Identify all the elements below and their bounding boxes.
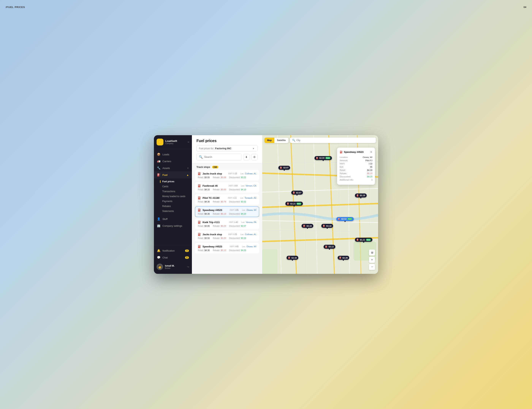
stop-card[interactable]: ⛽ Kwik Trip #111 HWY:I-40 Loc: Verona, P… (195, 219, 259, 229)
logout-icon[interactable]: ↪ (187, 265, 189, 268)
stop-hwy: HWY:I-11 (228, 197, 237, 199)
svg-rect-13 (262, 249, 277, 274)
stop-hwy: HWY:I-65 (230, 209, 239, 211)
sidebar-item-fuel-prices[interactable]: Fuel prices (154, 179, 192, 184)
zoom-in-button[interactable]: + (369, 257, 375, 263)
stop-loc: Loc: Vernon, CA (241, 185, 256, 187)
map-search-box: 🔍 (290, 138, 376, 143)
zoom-out-button[interactable]: − (369, 264, 375, 270)
sidebar-item-rebates[interactable]: Rebates (154, 204, 192, 209)
sidebar-item-chat[interactable]: 💬 Chat 5 (154, 254, 192, 261)
map-pin-p4[interactable]: ⛽$3.00New (314, 156, 332, 160)
stop-card[interactable]: ⛽ Pilot TC #1180 HWY:I-11 Loc: Tonapah, … (195, 194, 259, 205)
map-pin-p7[interactable]: ⛽$3.10 (302, 224, 313, 228)
filter-button[interactable]: ⚙ (251, 154, 258, 160)
map-toggle-satellite[interactable]: Satellite (274, 138, 288, 143)
map-pin-p1[interactable]: ⛽$3.07 (278, 166, 290, 170)
map-pin-p3[interactable]: ⛽$3.21New (285, 202, 303, 206)
sidebar-item-fuel[interactable]: ⛽ Fuel ▲ (154, 171, 192, 178)
stop-card-selected[interactable]: ⛽ Speedway #4523 HWY:I-65 Loc: Ossea, WI… (195, 206, 259, 217)
sidebar-item-statements[interactable]: Statements (154, 209, 192, 214)
company-settings-icon: 🏢 (157, 224, 161, 227)
sidebar-item-stuff[interactable]: 👤 Stuff (154, 215, 192, 222)
popup-location-value: Ossea, WI (363, 156, 372, 158)
location-button[interactable]: ⊕ (369, 250, 375, 256)
stop-card[interactable]: ⛽ Jacks truck stop HWY:I-10 Loc: Cullman… (195, 170, 259, 181)
sidebar-item-transactions[interactable]: Transactions (154, 189, 192, 194)
map-toolbar: Map Satellite 🔍 (265, 138, 376, 143)
sidebar-item-company-settings[interactable]: 🏢 Company settings (154, 222, 192, 229)
popup-close-button[interactable]: ✕ (370, 150, 372, 154)
filter-label: Fuel prices for: (199, 147, 214, 150)
map-pin-p12[interactable]: ⛽$3.38 (338, 256, 349, 260)
fuel-submenu: Fuel prices Cards Transactions Money loa… (154, 178, 192, 214)
map-pin-p6-highlighted[interactable]: ⛽$3.52New (336, 217, 354, 221)
map-pin-p2[interactable]: ⛽$3.07 (291, 191, 303, 195)
map-city-input[interactable] (296, 139, 373, 142)
sidebar-item-assets[interactable]: 🔧 Assets ▼ (154, 165, 192, 171)
filter-select[interactable]: Fuel prices for: Factoring INC ▾ (197, 145, 258, 151)
app-container: ⚡ LoadSwift Company ‹‹ 📦 Loads 🚛 Carrier… (154, 135, 378, 274)
fuel-stop-icon: ⛽ (198, 196, 201, 199)
map-popup: ⛽ Speedway #4523 ✕ Location: Ossea, WI N… (337, 148, 375, 185)
collapse-button[interactable]: ‹‹ (188, 141, 189, 143)
main-content: Fuel prices Fuel prices for: Factoring I… (192, 135, 262, 274)
logo-name: LoadSwift (165, 139, 177, 142)
search-input[interactable] (204, 156, 239, 158)
map-pin-p10[interactable]: ⛽$3.12 (323, 245, 335, 249)
popup-discounted-value: $4.20 (367, 176, 372, 178)
sidebar-item-cards[interactable]: Cards (154, 184, 192, 189)
popup-info-icon[interactable]: ℹ (372, 179, 372, 181)
user-name: Ismail M. (165, 264, 185, 267)
map-toggle-map[interactable]: Map (265, 138, 274, 143)
carriers-icon: 🚛 (157, 159, 161, 163)
popup-rebate-value: $0.10 (367, 172, 372, 175)
chat-badge: 5 (185, 256, 189, 259)
stop-hwy: HWY:I-64 (229, 185, 238, 187)
popup-hwy-label: HWY: (340, 163, 345, 165)
popup-exit-label: Exit: (340, 166, 344, 168)
chat-label: Chat (162, 256, 168, 259)
popup-discounted-label: Discounted: (340, 176, 351, 178)
sidebar-item-carriers[interactable]: 🚛 Carriers (154, 158, 192, 165)
stop-card[interactable]: ⛽ Jacks truck stop HWY:I-25 Loc: Cullman… (195, 231, 259, 241)
map-pin-p11[interactable]: ⛽$3.18 (286, 256, 298, 260)
logo-icon: ⚡ (157, 139, 163, 145)
sidebar-item-payments[interactable]: Payments (154, 199, 192, 204)
sidebar-item-loads[interactable]: 📦 Loads (154, 151, 192, 158)
map-pin-p8[interactable]: ⛽$3.10 (321, 224, 333, 228)
filter-value: Factoring INC (215, 147, 231, 150)
popup-retail-value: $4.30 (367, 169, 372, 171)
map-pin-p9[interactable]: ⛽$3.21New (355, 238, 372, 242)
sidebar: ⚡ LoadSwift Company ‹‹ 📦 Loads 🚛 Carrier… (154, 135, 192, 274)
assets-icon: 🔧 (157, 166, 161, 170)
stop-loc: Loc: Ossea, WI (242, 209, 256, 211)
stop-loc: Loc: Cullman, AL (240, 172, 256, 175)
stop-hwy: HWY:I-10 (228, 172, 237, 175)
popup-network-value: Pilot FJ (365, 159, 372, 162)
fuel-stop-icon: ⛽ (198, 184, 201, 187)
stop-card[interactable]: ⛽ Speedway #4523 HWY:I-65 Loc: Ossea, WI… (195, 243, 259, 253)
sidebar-item-money-loaded[interactable]: Money loaded to cards (154, 194, 192, 199)
stop-name: Jacks truck stop (202, 172, 227, 175)
track-stops-count: 158 (212, 166, 218, 168)
stop-name: Pilot TC #1180 (202, 196, 226, 199)
fuel-icon: ⛽ (157, 173, 161, 177)
sidebar-header: ⚡ LoadSwift Company ‹‹ (154, 135, 192, 149)
stop-loc: Loc: Tonapah, AZ (240, 197, 256, 199)
stop-hwy: HWY:I-25 (228, 233, 237, 235)
stop-card[interactable]: ⛽ Fastbreak #6 HWY:I-64 Loc: Vernon, CA … (195, 182, 259, 193)
popup-fuel-icon: ⛽ (340, 150, 343, 153)
popup-location-label: Location: (340, 156, 348, 158)
stop-name: Speedway #4523 (202, 209, 228, 212)
map-pin-p5[interactable]: ⛽$3.18 (355, 194, 367, 197)
download-button[interactable]: ⬇ (243, 154, 250, 160)
carriers-label: Carriers (162, 160, 171, 163)
logo-text: LoadSwift Company (165, 139, 177, 145)
popup-retail-label: Retail: (340, 169, 346, 171)
sidebar-nav: 📦 Loads 🚛 Carriers 🔧 Assets ▼ ⛽ Fuel ▲ (154, 149, 192, 245)
page-title: Fuel prices (197, 139, 258, 143)
search-icon: 🔍 (199, 155, 203, 159)
sidebar-item-notification[interactable]: 🔔 Notification 3 (154, 247, 192, 254)
stop-name: Kwik Trip #111 (202, 221, 228, 224)
